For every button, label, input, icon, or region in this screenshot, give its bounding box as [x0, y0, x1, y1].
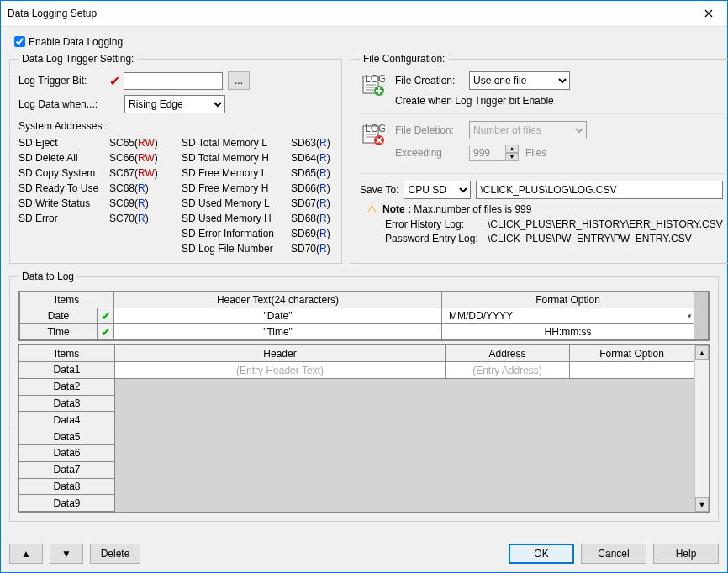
time-row-label: Time — [20, 324, 98, 340]
data-row-label[interactable]: Data2 — [19, 379, 114, 396]
date-row-label: Date — [20, 308, 98, 324]
header2-items: Items — [19, 345, 114, 362]
scroll-up-button[interactable]: ▲ — [695, 345, 709, 360]
trigger-setting-group: Data Log Trigger Setting: Log Trigger Bi… — [9, 53, 342, 264]
log-data-when-label: Log Data when...: — [18, 98, 109, 110]
close-button[interactable] — [689, 1, 727, 26]
data1-address-cell[interactable]: (Entry Address) — [446, 362, 570, 379]
exceeding-label: Exceeding — [395, 147, 469, 159]
data-row-label[interactable]: Data5 — [19, 428, 114, 445]
data1-format-cell[interactable] — [570, 362, 694, 379]
file-creation-select[interactable]: Use one file — [469, 71, 570, 90]
delete-button[interactable]: Delete — [90, 544, 140, 564]
data-row-label[interactable]: Data3 — [19, 396, 114, 413]
error-history-log-path: \CLICK_PLUS\ERR_HISTORY\ERR_HISTORY.CSV — [488, 218, 723, 230]
date-enabled-check[interactable]: ✔ — [98, 308, 114, 324]
log-trigger-bit-input[interactable] — [124, 72, 223, 90]
exceeding-up-button: ▲ — [505, 145, 519, 153]
data-row-label[interactable]: Data8 — [19, 479, 114, 496]
data-row-label[interactable]: Data1 — [19, 362, 114, 379]
move-up-button[interactable]: ▲ — [9, 544, 43, 564]
header-header-text: Header Text(24 characters) — [114, 292, 442, 308]
move-down-button[interactable]: ▼ — [50, 544, 83, 564]
password-entry-log-path: \CLICK_PLUS\PW_ENTRY\PW_ENTRY.CSV — [488, 233, 692, 244]
file-config-legend: File Configuration: — [360, 53, 448, 65]
chevron-down-icon: ▾ — [688, 312, 692, 320]
header-format-option: Format Option — [442, 292, 694, 308]
exceeding-input — [469, 145, 506, 161]
header-items: Items — [20, 292, 114, 308]
enable-data-logging-label: Enable Data Logging — [29, 36, 123, 48]
browse-trigger-bit-button[interactable]: ... — [228, 71, 250, 90]
note-text: Note : Max.number of files is 999 — [382, 203, 531, 216]
data1-header-cell[interactable]: (Entry Header Text) — [115, 362, 446, 379]
header2-address: Address — [446, 345, 570, 362]
data-to-log-legend: Data to Log — [18, 271, 77, 282]
cancel-button[interactable]: Cancel — [581, 544, 646, 564]
vertical-scrollbar[interactable]: ▲ ▼ — [694, 345, 709, 512]
date-header-cell[interactable]: "Date" — [114, 308, 442, 324]
scroll-stub — [694, 292, 709, 340]
exceeding-spinner: ▲▼ — [469, 145, 519, 161]
titlebar: Data Logging Setup — [1, 1, 727, 27]
password-entry-log-label: Password Entry Log: — [385, 233, 488, 244]
file-creation-icon: LOG — [360, 71, 387, 98]
data-row-label[interactable]: Data7 — [19, 462, 114, 479]
help-button[interactable]: Help — [653, 544, 719, 564]
header2-format: Format Option — [570, 345, 694, 362]
exceeding-down-button: ▼ — [505, 153, 519, 161]
warning-icon: ⚠ — [367, 202, 377, 216]
file-configuration-group: File Configuration: LOG File Creation: U… — [351, 53, 728, 264]
save-to-device-select[interactable]: CPU SD — [404, 181, 471, 199]
data-row-label[interactable]: Data4 — [19, 412, 114, 428]
file-deletion-select: Number of files — [469, 121, 587, 139]
enable-data-logging-checkbox[interactable] — [14, 36, 25, 47]
system-addresses-label: System Addresses : — [18, 120, 333, 132]
svg-text:LOG: LOG — [365, 73, 385, 85]
save-to-label: Save To: — [360, 184, 398, 196]
file-creation-label: File Creation: — [395, 75, 469, 87]
time-enabled-check[interactable]: ✔ — [98, 324, 114, 340]
svg-text:LOG: LOG — [365, 123, 385, 134]
date-format-cell[interactable]: MM/DD/YYYY▾ — [442, 308, 694, 324]
data-grid-empty-area — [115, 379, 694, 512]
scroll-down-button[interactable]: ▼ — [695, 497, 709, 512]
system-addresses-grid: SD EjectSC65(RW)SD Total Memory LSD63(R)… — [18, 137, 333, 255]
time-header-cell[interactable]: "Time" — [114, 324, 442, 340]
data-row-label[interactable]: Data9 — [19, 495, 114, 512]
data-to-log-group: Data to Log Items Header Text(24 charact… — [9, 271, 719, 522]
log-data-when-select[interactable]: Rising Edge — [124, 95, 225, 113]
files-label: Files — [525, 147, 546, 159]
data-row-label[interactable]: Data6 — [19, 445, 114, 462]
checkmark-icon: ✔ — [109, 73, 120, 89]
ok-button[interactable]: OK — [509, 544, 574, 564]
file-creation-note: Create when Log Trigger bit Enable — [395, 95, 723, 107]
header2-header: Header — [115, 345, 446, 362]
file-deletion-label: File Deletion: — [395, 124, 469, 136]
file-deletion-icon: LOG — [360, 121, 387, 148]
trigger-legend: Data Log Trigger Setting: — [18, 53, 137, 65]
save-to-path-input[interactable] — [476, 181, 722, 199]
error-history-log-label: Error History Log: — [385, 218, 488, 230]
log-trigger-bit-label: Log Trigger Bit: — [18, 75, 109, 87]
window-title: Data Logging Setup — [8, 8, 689, 19]
time-format-cell[interactable]: HH:mm:ss — [442, 324, 694, 340]
